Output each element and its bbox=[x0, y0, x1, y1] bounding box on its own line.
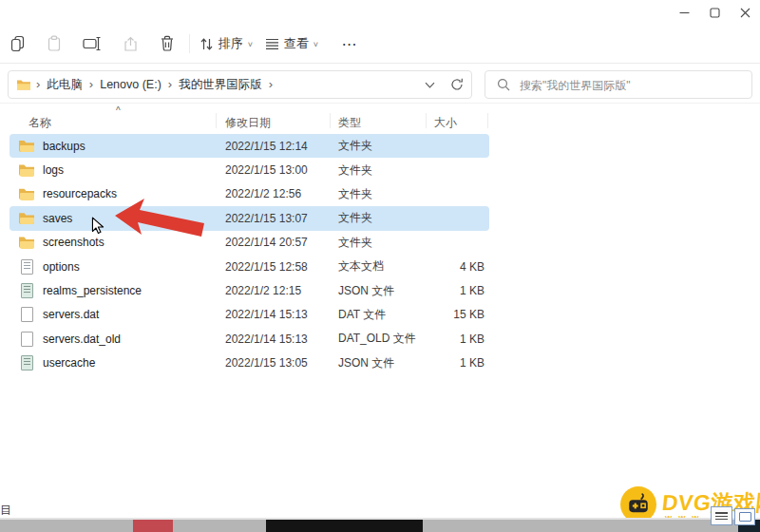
view-button[interactable]: 查看 ˅ bbox=[262, 28, 321, 59]
file-size bbox=[424, 182, 484, 206]
breadcrumb-separator-icon[interactable]: › bbox=[264, 77, 277, 91]
close-button[interactable] bbox=[730, 0, 760, 25]
file-date-modified: 2022/1/15 12:58 bbox=[225, 255, 334, 278]
file-date-modified: 2022/1/15 13:05 bbox=[225, 352, 334, 375]
rename-button[interactable] bbox=[80, 28, 104, 59]
column-resize-handle[interactable] bbox=[330, 113, 331, 128]
column-headers: ^ 名称 修改日期 类型 大小 bbox=[10, 107, 489, 134]
file-name: screenshots bbox=[43, 236, 104, 249]
file-date-modified: 2022/1/14 15:13 bbox=[225, 327, 334, 351]
file-date-modified: 2022/1/15 13:00 bbox=[225, 158, 334, 181]
file-row[interactable]: logs 2022/1/15 13:00 文件夹 bbox=[10, 158, 489, 181]
file-size: 1 KB bbox=[424, 352, 484, 375]
file-size: 1 KB bbox=[424, 278, 484, 302]
file-type-label: JSON 文件 bbox=[338, 352, 428, 375]
file-name: servers.dat_old bbox=[43, 332, 121, 346]
address-dropdown-icon[interactable] bbox=[425, 82, 435, 88]
more-icon: ⋯ bbox=[342, 35, 358, 53]
search-icon bbox=[497, 78, 510, 91]
file-date-modified: 2022/1/2 12:15 bbox=[225, 278, 334, 302]
folder-icon bbox=[16, 78, 31, 91]
share-icon bbox=[123, 36, 139, 52]
breadcrumb-this-pc[interactable]: 此电脑 bbox=[45, 77, 85, 93]
file-row[interactable]: usercache 2022/1/15 13:05 JSON 文件 1 KB bbox=[10, 352, 489, 375]
file-type-icon bbox=[19, 139, 35, 154]
file-type-icon bbox=[19, 332, 35, 347]
file-list: ^ 名称 修改日期 类型 大小 backups 2022/1/15 12:14 … bbox=[10, 107, 489, 375]
file-name: resourcepacks bbox=[43, 187, 117, 200]
file-size bbox=[424, 206, 484, 230]
share-button[interactable] bbox=[119, 28, 142, 59]
file-type-icon bbox=[19, 283, 35, 298]
file-row[interactable]: resourcepacks 2022/1/2 12:56 文件夹 bbox=[10, 182, 489, 206]
file-row[interactable]: backups 2022/1/15 12:14 文件夹 bbox=[10, 134, 489, 158]
paste-button[interactable] bbox=[43, 28, 66, 59]
status-bar-partial-text: 目 bbox=[0, 503, 11, 519]
delete-icon bbox=[160, 35, 175, 52]
list-lines-icon bbox=[715, 512, 728, 521]
minimize-button[interactable] bbox=[669, 0, 699, 25]
file-name: realms_persistence bbox=[43, 284, 142, 297]
breadcrumb-separator-icon[interactable]: › bbox=[31, 77, 45, 91]
column-header-date[interactable]: 修改日期 bbox=[225, 115, 271, 131]
file-row[interactable]: realms_persistence 2022/1/2 12:15 JSON 文… bbox=[10, 278, 489, 302]
file-size bbox=[424, 158, 484, 181]
sort-label: 排序 bbox=[218, 35, 243, 52]
file-name: usercache bbox=[43, 356, 95, 370]
file-type-icon bbox=[19, 162, 35, 178]
ime-list-button[interactable] bbox=[711, 506, 732, 525]
file-size: 15 KB bbox=[424, 303, 484, 327]
file-name: options bbox=[43, 260, 80, 274]
file-type-label: 文本文档 bbox=[338, 255, 428, 278]
breadcrumb-drive[interactable]: Lenovo (E:) bbox=[98, 78, 163, 91]
column-resize-handle[interactable] bbox=[426, 113, 427, 128]
file-size: 1 KB bbox=[424, 327, 484, 351]
file-row[interactable]: servers.dat 2022/1/14 15:13 DAT 文件 15 KB bbox=[10, 303, 489, 327]
file-date-modified: 2022/1/14 20:57 bbox=[225, 231, 334, 255]
view-icon bbox=[265, 38, 279, 50]
maximize-button[interactable] bbox=[699, 0, 730, 25]
more-options-button[interactable]: ⋯ bbox=[334, 28, 365, 59]
column-header-size[interactable]: 大小 bbox=[434, 115, 457, 131]
file-type-icon bbox=[19, 186, 35, 201]
gamepad-icon bbox=[626, 492, 651, 517]
file-type-label: 文件夹 bbox=[338, 134, 428, 158]
strip-red-segment bbox=[133, 520, 173, 532]
sort-button[interactable]: 排序 ˅ bbox=[197, 28, 256, 59]
minimize-icon bbox=[679, 8, 690, 18]
file-name: backups bbox=[43, 140, 86, 153]
file-type-icon bbox=[19, 307, 35, 322]
file-row[interactable]: saves 2022/1/15 13:07 文件夹 bbox=[10, 206, 489, 230]
breadcrumb-separator-icon[interactable]: › bbox=[163, 77, 177, 91]
underlying-window-strip bbox=[0, 518, 760, 532]
delete-button[interactable] bbox=[156, 28, 179, 59]
sort-icon bbox=[200, 37, 214, 51]
strip-dark-segment bbox=[266, 520, 423, 532]
sort-ascending-icon: ^ bbox=[116, 105, 121, 116]
file-row[interactable]: servers.dat_old 2022/1/14 15:13 DAT_OLD … bbox=[10, 327, 489, 351]
ime-window-button[interactable] bbox=[734, 508, 755, 525]
breadcrumb-current-folder[interactable]: 我的世界国际版 bbox=[177, 77, 264, 93]
file-row[interactable]: options 2022/1/15 12:58 文本文档 4 KB bbox=[10, 255, 489, 278]
column-header-name[interactable]: 名称 bbox=[28, 115, 51, 131]
column-resize-handle[interactable] bbox=[487, 113, 488, 128]
file-name: logs bbox=[43, 163, 64, 177]
paste-icon bbox=[47, 35, 62, 52]
toolbar: 排序 ˅ 查看 ˅ ⋯ bbox=[0, 25, 760, 64]
file-type-label: DAT_OLD 文件 bbox=[338, 327, 428, 351]
column-header-type[interactable]: 类型 bbox=[338, 115, 361, 131]
file-row[interactable]: screenshots 2022/1/14 20:57 文件夹 bbox=[10, 231, 489, 255]
file-type-icon bbox=[19, 259, 35, 275]
close-icon bbox=[740, 8, 750, 18]
file-type-label: JSON 文件 bbox=[338, 278, 428, 302]
file-name: servers.dat bbox=[43, 308, 99, 321]
window-shape-icon bbox=[739, 512, 751, 522]
refresh-icon[interactable] bbox=[450, 78, 464, 91]
breadcrumb-separator-icon[interactable]: › bbox=[85, 77, 98, 91]
address-bar[interactable]: › 此电脑 › Lenovo (E:) › 我的世界国际版 › bbox=[8, 70, 472, 99]
search-input[interactable] bbox=[518, 71, 740, 100]
column-resize-handle[interactable] bbox=[216, 113, 217, 128]
copy-button[interactable] bbox=[6, 28, 28, 59]
chevron-down-icon: ˅ bbox=[314, 40, 318, 49]
file-type-label: 文件夹 bbox=[338, 158, 428, 181]
